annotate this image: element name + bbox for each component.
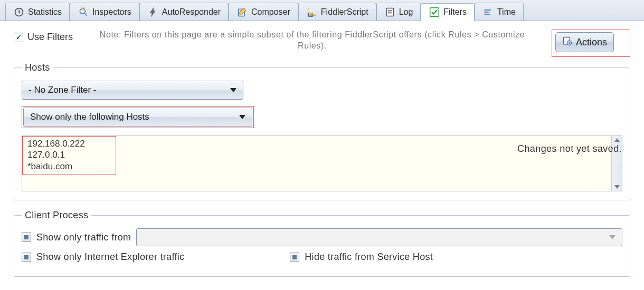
check-icon [429, 6, 440, 18]
chevron-down-icon [609, 235, 615, 239]
chevron-down-icon [230, 88, 236, 92]
tab-label: Inspectors [92, 7, 131, 17]
tab-label: Composer [251, 7, 290, 17]
hosts-fieldset: Hosts - No Zone Filter - Show only the f… [14, 62, 630, 200]
magnifier-icon [78, 6, 89, 18]
hosts-text-value: 192.168.0.222 127.0.0.1 *baidu.com [22, 136, 622, 174]
zone-filter-value: - No Zone Filter - [29, 85, 96, 95]
tab-autoresponder[interactable]: AutoResponder [139, 3, 229, 21]
chevron-down-icon [239, 115, 245, 119]
host-filter-value: Show only the following Hosts [30, 112, 149, 122]
actions-highlight: Actions [552, 30, 630, 57]
show-only-from-label: Show only traffic from [36, 232, 131, 243]
show-only-from-checkbox[interactable] [22, 233, 31, 242]
tab-bar: Statistics Inspectors AutoResponder Comp… [0, 0, 644, 21]
show-only-ie-label: Show only Internet Explorer traffic [36, 252, 184, 263]
document-icon [384, 6, 396, 18]
tab-label: Statistics [28, 7, 62, 17]
zone-filter-combo[interactable]: - No Zone Filter - [22, 81, 243, 100]
script-icon: JS [306, 6, 318, 18]
scroll-up-icon[interactable] [614, 138, 620, 142]
tab-label: AutoResponder [162, 7, 221, 17]
process-combo[interactable] [136, 228, 622, 246]
show-only-ie-checkbox[interactable] [22, 253, 31, 262]
client-process-fieldset: Client Process Show only traffic from Sh… [14, 210, 630, 277]
use-filters-checkbox[interactable] [14, 33, 23, 42]
timeline-icon [482, 6, 494, 18]
host-filter-combo[interactable]: Show only the following Hosts [23, 108, 252, 127]
client-process-legend: Client Process [22, 210, 91, 221]
use-filters-label: Use Filters [27, 32, 73, 43]
tab-log[interactable]: Log [376, 3, 421, 21]
tab-inspectors[interactable]: Inspectors [70, 3, 139, 21]
tab-label: FiddlerScript [321, 7, 368, 17]
tab-label: Time [497, 7, 516, 17]
use-filters-row: Use Filters [14, 30, 73, 43]
host-filter-highlight: Show only the following Hosts [22, 106, 254, 128]
tab-composer[interactable]: Composer [229, 3, 298, 21]
tab-statistics[interactable]: Statistics [5, 3, 70, 21]
filters-note: Note: Filters on this page are a simple … [83, 30, 541, 52]
actions-button[interactable]: Actions [555, 32, 614, 52]
clock-icon [13, 6, 25, 18]
tab-fiddlerscript[interactable]: JS FiddlerScript [298, 3, 376, 21]
tab-label: Log [399, 7, 413, 17]
actions-label: Actions [576, 37, 607, 48]
tab-label: Filters [443, 7, 467, 17]
tab-timeline[interactable]: Time [475, 3, 524, 21]
hide-service-label: Hide traffic from Service Host [305, 252, 433, 263]
hosts-legend: Hosts [22, 62, 53, 73]
svg-text:JS: JS [309, 13, 312, 16]
changes-not-saved: Changes not yet saved. [517, 143, 622, 154]
lightning-icon [147, 6, 159, 18]
compose-icon [236, 6, 248, 18]
actions-icon [562, 36, 573, 49]
tab-filters[interactable]: Filters [421, 3, 475, 21]
scroll-down-icon[interactable] [614, 185, 620, 189]
hide-service-checkbox[interactable] [290, 253, 299, 262]
filters-panel: Use Filters Note: Filters on this page a… [0, 21, 644, 290]
